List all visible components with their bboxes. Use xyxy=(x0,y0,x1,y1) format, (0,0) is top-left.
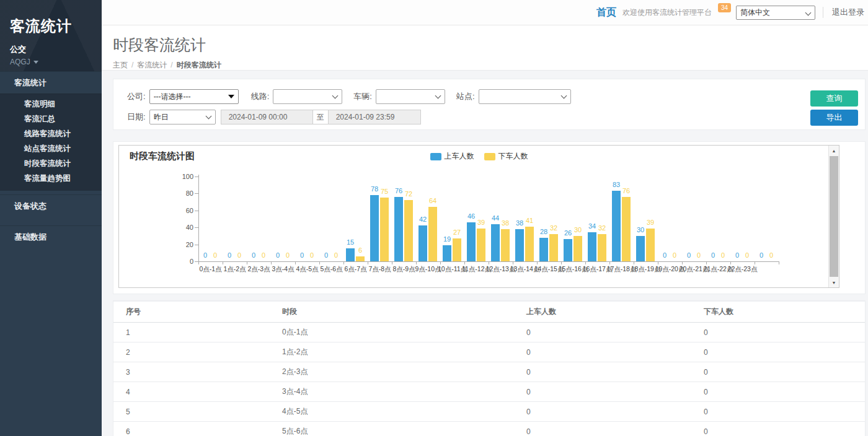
bar-上车人数[interactable] xyxy=(564,239,572,261)
x-tick xyxy=(247,261,247,264)
x-tick xyxy=(585,261,586,264)
sidebar-item-客流明细[interactable]: 客流明细 xyxy=(0,97,102,111)
x-tick xyxy=(779,261,779,264)
table-cell: 0 xyxy=(514,382,691,402)
table-cell: 0 xyxy=(514,422,691,436)
table-cell: 0 xyxy=(691,382,865,402)
bar-下车人数[interactable] xyxy=(453,238,461,261)
vehicle-select[interactable] xyxy=(376,89,445,104)
sidebar-section-passenger-stats[interactable]: 客流统计 xyxy=(0,71,102,94)
bar-上车人数[interactable] xyxy=(539,238,548,261)
breadcrumb-item[interactable]: 客流统计 xyxy=(137,61,167,69)
bar-下车人数[interactable] xyxy=(646,229,655,261)
bar-上车人数[interactable] xyxy=(612,191,621,261)
scrollbar-thumb[interactable] xyxy=(830,156,838,277)
table-cell: 5 xyxy=(113,402,270,422)
x-tick xyxy=(682,261,683,264)
bar-上车人数[interactable] xyxy=(418,225,427,261)
bar-上车人数[interactable] xyxy=(588,232,596,261)
bar-上车人数[interactable] xyxy=(636,236,645,261)
content: 公司: ---请选择--- 线路: 车辆: 站点: xyxy=(102,71,868,436)
company-select[interactable]: ---请选择--- xyxy=(149,89,239,104)
date-from-input[interactable]: 2024-01-09 00:00 xyxy=(221,110,312,124)
logout-link[interactable]: 退出登录 xyxy=(823,7,864,18)
x-tick xyxy=(561,261,562,264)
table-header-上车人数: 上车人数 xyxy=(514,302,691,323)
y-tick xyxy=(195,177,198,177)
sidebar-other-sections: 设备状态基础数据 xyxy=(0,194,102,248)
bar-上车人数[interactable] xyxy=(443,245,451,261)
home-link[interactable]: 首页 xyxy=(596,6,616,19)
table-cell: 2点-3点 xyxy=(270,362,514,382)
line-select[interactable] xyxy=(273,89,342,104)
bar-上车人数[interactable] xyxy=(491,224,500,261)
table-cell: 5点-6点 xyxy=(270,422,514,436)
bar-下车人数[interactable] xyxy=(380,198,389,261)
bar-上车人数[interactable] xyxy=(394,197,403,261)
bar-value-label: 72 xyxy=(398,190,419,198)
x-tick xyxy=(730,261,731,264)
sidebar-item-线路客流统计[interactable]: 线路客流统计 xyxy=(0,126,102,141)
x-tick xyxy=(706,261,707,264)
language-select[interactable]: 简体中文 xyxy=(736,6,815,20)
bar-上车人数[interactable] xyxy=(467,222,476,261)
x-tick xyxy=(658,261,658,264)
x-tick xyxy=(489,261,489,264)
breadcrumb-item[interactable]: 主页 xyxy=(113,61,128,69)
bar-下车人数[interactable] xyxy=(525,227,534,261)
x-tick-label: 22点-23点 xyxy=(727,265,758,274)
sidebar-item-基础数据[interactable]: 基础数据 xyxy=(0,225,102,248)
date-range-separator: 至 xyxy=(312,110,329,124)
date-label: 日期: xyxy=(127,111,146,123)
station-select[interactable] xyxy=(479,89,571,104)
sidebar-item-客流量趋势图[interactable]: 客流量趋势图 xyxy=(0,171,102,186)
bar-下车人数[interactable] xyxy=(574,236,582,261)
breadcrumb-item: 时段客流统计 xyxy=(177,61,221,69)
y-tick xyxy=(195,245,198,245)
table-cell: 0 xyxy=(691,323,865,342)
y-tick xyxy=(195,193,198,194)
table-row: 54点-5点00 xyxy=(113,402,865,422)
bar-下车人数[interactable] xyxy=(356,256,365,261)
bar-下车人数[interactable] xyxy=(598,234,606,261)
x-tick xyxy=(416,261,417,264)
y-tick-label: 100 xyxy=(119,173,193,180)
table-cell: 1 xyxy=(113,323,270,342)
x-tick xyxy=(513,261,513,264)
org-code-dropdown[interactable]: AQGJ xyxy=(10,58,102,66)
bar-下车人数[interactable] xyxy=(549,234,558,261)
search-button[interactable]: 查询 xyxy=(810,90,858,107)
bar-下车人数[interactable] xyxy=(428,207,437,261)
y-tick-label: 20 xyxy=(119,241,193,248)
table-cell: 4 xyxy=(113,382,270,402)
y-tick-label: 40 xyxy=(119,224,193,231)
sidebar-item-站点客流统计[interactable]: 站点客流统计 xyxy=(0,141,102,156)
bar-上车人数[interactable] xyxy=(370,195,379,261)
org-name: 公交 xyxy=(10,44,102,55)
chart-scrollbar[interactable]: ▲ ▼ xyxy=(828,146,839,287)
bar-value-label: 32 xyxy=(591,224,613,232)
y-tick-label: 0 xyxy=(119,258,193,265)
filter-panel: 公司: ---请选择--- 线路: 车辆: 站点: xyxy=(113,79,866,130)
sidebar-item-设备状态[interactable]: 设备状态 xyxy=(0,194,102,217)
bar-下车人数[interactable] xyxy=(501,229,510,261)
export-button[interactable]: 导出 xyxy=(810,110,858,126)
bar-value-label: 6 xyxy=(350,246,371,254)
sidebar-item-时段客流统计[interactable]: 时段客流统计 xyxy=(0,156,102,171)
date-preset-select[interactable]: 昨日 xyxy=(149,110,216,124)
x-tick xyxy=(464,261,465,264)
bar-下车人数[interactable] xyxy=(477,229,485,261)
welcome-text: 欢迎使用客流统计管理平台 xyxy=(622,7,712,18)
bar-下车人数[interactable] xyxy=(622,197,631,261)
sidebar-item-客流汇总[interactable]: 客流汇总 xyxy=(0,111,102,126)
bar-下车人数[interactable] xyxy=(404,200,413,261)
filter-row-2: 日期: 昨日 2024-01-09 00:00 至 2024-01-09 23:… xyxy=(127,110,865,124)
filter-row-1: 公司: ---请选择--- 线路: 车辆: 站点: xyxy=(127,89,865,104)
scroll-up-icon[interactable]: ▲ xyxy=(829,146,839,155)
scroll-down-icon[interactable]: ▼ xyxy=(829,277,839,287)
bar-上车人数[interactable] xyxy=(515,229,524,261)
table-row: 32点-3点00 xyxy=(113,362,865,382)
breadcrumb: 主页/客流统计/时段客流统计 xyxy=(113,60,868,71)
date-to-input[interactable]: 2024-01-09 23:59 xyxy=(329,110,421,124)
x-tick xyxy=(343,261,344,264)
